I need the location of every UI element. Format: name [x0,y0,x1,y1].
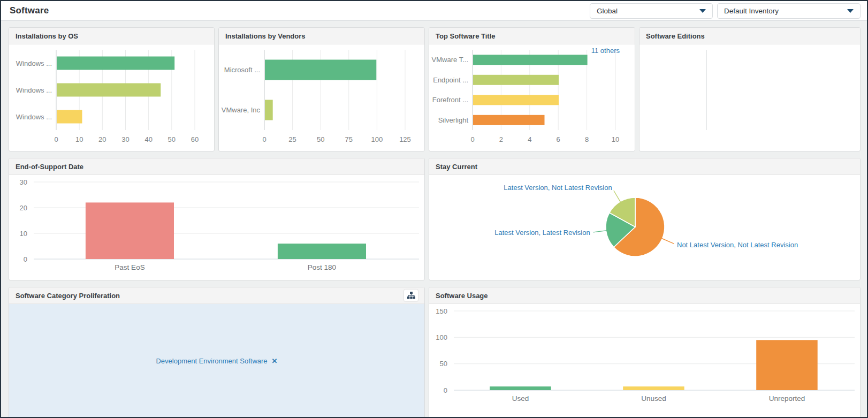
svg-text:60: 60 [191,135,199,143]
svg-text:VMware T...: VMware T... [432,56,468,64]
svg-text:10: 10 [75,135,83,143]
dashboard-row-3: Software Category Proliferation [9,287,861,418]
panel-header: Software Editions [639,28,860,44]
svg-text:Past EoS: Past EoS [115,263,144,271]
svg-text:Windows ...: Windows ... [16,59,52,67]
inventory-dropdown-value: Default Inventory [724,7,779,15]
svg-text:Silverlight: Silverlight [438,116,469,124]
panel-title: Installations by OS [16,32,78,40]
svg-text:0: 0 [262,135,266,143]
svg-text:125: 125 [399,135,411,143]
panel-title: Software Usage [436,292,488,300]
remove-filter-icon[interactable]: ✕ [272,357,278,365]
software-dashboard: Software Global Default Inventory Instal… [0,0,868,418]
software-editions-chart[interactable] [639,44,860,151]
panel-title: Software Editions [646,32,705,40]
svg-text:Latest Version, Not Latest Rev: Latest Version, Not Latest Revision [504,184,612,192]
svg-text:50: 50 [168,135,176,143]
svg-text:Latest Version, Latest Revisio: Latest Version, Latest Revision [494,229,590,237]
svg-text:Used: Used [512,394,529,402]
svg-text:2: 2 [499,135,503,143]
svg-text:150: 150 [436,307,447,315]
panel-end-of-support-date: End-of-Support Date 0102030Past EoSPost … [9,158,425,280]
svg-text:0: 0 [24,255,27,263]
page-header: Software Global Default Inventory [1,1,867,21]
svg-text:0: 0 [470,135,474,143]
chevron-down-icon [699,9,706,13]
svg-text:Not Latest Version, Not Latest: Not Latest Version, Not Latest Revision [677,241,798,249]
svg-text:8: 8 [585,135,589,143]
panel-title: Stay Current [436,163,477,171]
panel-header: Top Software Title [429,28,635,44]
svg-text:20: 20 [20,204,27,212]
panel-software-category-proliferation: Software Category Proliferation [9,287,425,418]
panel-title: End-of-Support Date [16,163,83,171]
dashboard-row-1: Installations by OS 0102030405060Windows… [9,27,861,151]
chevron-down-icon [847,9,854,13]
panel-title: Installations by Vendors [225,32,306,40]
svg-text:Forefront ...: Forefront ... [432,96,468,104]
panel-installations-by-os: Installations by OS 0102030405060Windows… [9,27,215,151]
svg-text:Unreported: Unreported [769,394,805,402]
panel-installations-by-vendors: Installations by Vendors 0255075100125Mi… [218,27,425,151]
svg-text:50: 50 [440,360,447,368]
svg-text:0: 0 [54,135,58,143]
installations-by-vendors-chart[interactable]: 0255075100125Microsoft ...VMware, Inc [219,44,424,151]
panel-header: End-of-Support Date [9,158,424,175]
svg-text:10: 10 [612,135,619,143]
hierarchy-view-button[interactable] [404,290,418,301]
scope-dropdown-value: Global [597,7,618,15]
scope-dropdown[interactable]: Global [590,3,713,19]
panel-stay-current: Stay Current Not Latest Version, Not Lat… [429,158,861,280]
svg-text:75: 75 [345,135,353,143]
dashboard-grid: Installations by OS 0102030405060Windows… [1,21,867,418]
svg-text:30: 30 [20,178,27,186]
svg-text:Microsoft ...: Microsoft ... [224,66,260,74]
sitemap-icon [407,292,415,299]
svg-text:Post 180: Post 180 [308,263,336,271]
svg-text:VMware, Inc: VMware, Inc [222,106,261,114]
panel-header: Software Category Proliferation [9,287,424,304]
panel-title: Top Software Title [436,32,495,40]
svg-text:10: 10 [20,230,27,238]
svg-text:Windows ...: Windows ... [16,86,52,94]
header-filters: Global Default Inventory [590,3,861,19]
svg-text:20: 20 [98,135,106,143]
others-link[interactable]: 11 others [591,47,620,55]
software-category-proliferation-body: Development Environment Software ✕ [9,304,424,418]
svg-text:100: 100 [436,333,447,341]
panel-software-usage: Software Usage 050100150UsedUnusedUnrepo… [429,287,861,418]
svg-text:25: 25 [288,135,296,143]
panel-header: Stay Current [429,158,860,175]
panel-software-editions: Software Editions [639,27,861,151]
svg-text:100: 100 [371,135,383,143]
category-filter-label: Development Environment Software [156,357,267,365]
dashboard-row-2: End-of-Support Date 0102030Past EoSPost … [9,158,861,280]
panel-header: Installations by Vendors [219,28,424,44]
software-usage-chart[interactable]: 050100150UsedUnusedUnreported [429,304,860,418]
svg-text:4: 4 [528,135,531,143]
svg-text:Unused: Unused [641,394,666,402]
panel-title: Software Category Proliferation [16,292,120,300]
svg-text:0: 0 [444,386,447,394]
stay-current-chart[interactable]: Not Latest Version, Not Latest RevisionL… [429,175,860,280]
installations-by-os-chart[interactable]: 0102030405060Windows ...Windows ...Windo… [9,44,214,151]
svg-text:50: 50 [317,135,324,143]
svg-text:Windows ...: Windows ... [16,113,52,121]
end-of-support-date-chart[interactable]: 0102030Past EoSPost 180 [9,175,424,280]
panel-top-software-title: Top Software Title 11 others 0246810VMwa… [429,27,635,151]
svg-text:6: 6 [557,135,560,143]
svg-text:30: 30 [121,135,129,143]
panel-header: Installations by OS [9,28,214,44]
top-software-title-chart[interactable]: 11 others 0246810VMware T...Endpoint ...… [429,44,635,151]
svg-text:Endpoint ...: Endpoint ... [433,76,468,84]
page-title: Software [10,5,49,16]
category-filter-chip[interactable]: Development Environment Software ✕ [156,357,277,365]
panel-header: Software Usage [429,287,860,304]
inventory-dropdown[interactable]: Default Inventory [717,3,861,19]
svg-text:40: 40 [144,135,152,143]
